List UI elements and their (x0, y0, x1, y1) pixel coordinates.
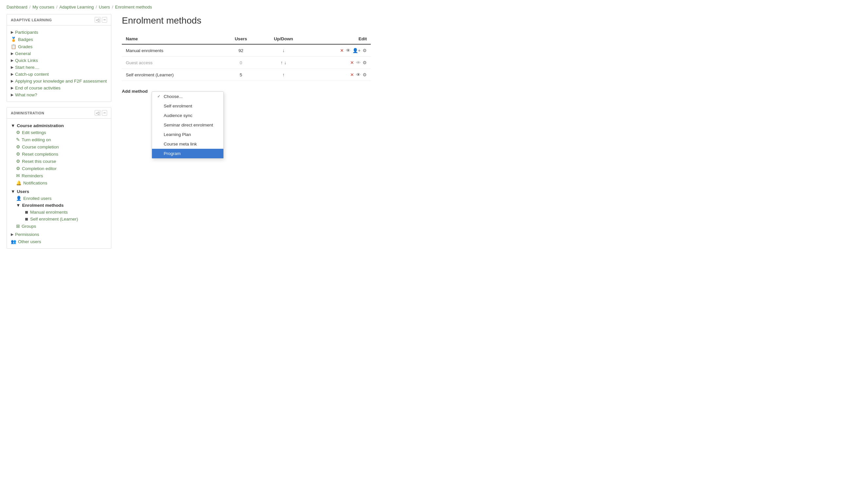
nav-badges[interactable]: 🏅 Badges (11, 36, 107, 43)
collapse-icon[interactable]: − (102, 110, 107, 116)
dropdown-label: Choose... (164, 94, 183, 99)
delete-icon[interactable]: ✕ (340, 48, 344, 53)
down-arrow-icon[interactable]: ↓ (284, 60, 287, 65)
breadcrumb-adaptive-learning[interactable]: Adaptive Learning (59, 4, 94, 10)
sidebar-block-adaptive-learning: ADAPTIVE LEARNING ◁ − ▶ Participants 🏅 B… (7, 14, 111, 102)
nav-label: Manual enrolments (30, 210, 68, 215)
administration-nav: ▼ Course administration ⚙ Edit settings … (7, 119, 111, 248)
pencil-icon: ✎ (16, 137, 20, 142)
badge-icon: 🏅 (11, 37, 17, 42)
nav-what-now[interactable]: ▶ What now? (11, 91, 107, 98)
nav-other-users[interactable]: 👥 Other users (11, 238, 107, 245)
nav-label: Participants (15, 30, 38, 35)
breadcrumb-users[interactable]: Users (99, 4, 110, 10)
nav-users-section[interactable]: ▼ Users (11, 188, 107, 195)
dropdown-label: Audience sync (164, 113, 193, 118)
col-updown: Up/Down (259, 34, 308, 44)
nav-label: Completion editor (22, 166, 57, 171)
arrow-icon: ▶ (11, 232, 13, 237)
nav-quick-links[interactable]: ▶ Quick Links (11, 57, 107, 64)
nav-edit-settings[interactable]: ⚙ Edit settings (16, 129, 107, 136)
nav-manual-enrolments[interactable]: Manual enrolments (25, 209, 107, 216)
nav-label: Reset completions (22, 152, 58, 157)
dropdown-item-learning-plan[interactable]: Learning Plan (152, 130, 224, 139)
nav-reset-course[interactable]: ⚙ Reset this course (16, 157, 107, 165)
table-row: Manual enrolments 92 ↓ ✕ 👁 👤+ ⚙ (122, 44, 371, 57)
sidebar: ADAPTIVE LEARNING ◁ − ▶ Participants 🏅 B… (7, 14, 111, 249)
square-icon (25, 211, 28, 214)
row-actions: ✕ 👁 ⚙ (308, 57, 371, 69)
nav-participants[interactable]: ▶ Participants (11, 29, 107, 36)
page-title: Enrolment methods (122, 16, 861, 26)
dropdown-item-course-meta[interactable]: Course meta link (152, 139, 224, 149)
nav-label: Catch-up content (15, 72, 49, 77)
grades-icon: 📋 (11, 44, 17, 49)
gear-icon: ⚙ (16, 144, 20, 150)
nav-turn-editing-on[interactable]: ✎ Turn editing on (16, 136, 107, 143)
dropdown-item-audience[interactable]: Audience sync (152, 111, 224, 120)
arrow-icon: ▶ (11, 30, 13, 34)
eye-slash-icon[interactable]: 👁 (356, 60, 361, 65)
nav-reminders[interactable]: ✉ Reminders (16, 172, 107, 179)
nav-permissions[interactable]: ▶ Permissions (11, 231, 107, 238)
administration-controls[interactable]: ◁ − (95, 110, 107, 116)
breadcrumb-my-courses[interactable]: My courses (32, 4, 54, 10)
collapse-left-icon[interactable]: ◁ (95, 17, 101, 23)
collapse-left-icon[interactable]: ◁ (95, 110, 101, 116)
nav-general[interactable]: ▶ General (11, 50, 107, 57)
gear-icon: ⚙ (16, 130, 20, 135)
nav-notifications[interactable]: 🔔 Notifications (16, 179, 107, 186)
nav-label: Reminders (22, 173, 43, 178)
breadcrumb-dashboard[interactable]: Dashboard (7, 4, 28, 10)
dropdown-menu[interactable]: ✓ Choose... Self enrolment Audience sync… (152, 91, 224, 158)
nav-label: Self enrolment (Learner) (30, 217, 78, 222)
dropdown-item-seminar[interactable]: Seminar direct enrolment (152, 120, 224, 130)
eye-icon[interactable]: 👁 (346, 48, 351, 53)
row-users: 0 (223, 57, 259, 69)
nav-course-administration[interactable]: ▼ Course administration (11, 122, 107, 129)
nav-groups[interactable]: ⊞ Groups (16, 223, 107, 230)
adaptive-learning-controls[interactable]: ◁ − (95, 17, 107, 23)
delete-icon[interactable]: ✕ (350, 60, 354, 65)
nav-label: General (15, 51, 31, 56)
dropdown-item-program[interactable]: Program (152, 149, 224, 158)
dropdown-item-choose[interactable]: ✓ Choose... (152, 92, 224, 101)
nav-self-enrolment-learner[interactable]: Self enrolment (Learner) (25, 216, 107, 223)
group-icon: ⊞ (16, 224, 20, 229)
nav-completion-editor[interactable]: ⚙ Completion editor (16, 165, 107, 172)
assign-icon[interactable]: 👤+ (352, 48, 361, 53)
down-arrow-icon[interactable]: ↓ (282, 48, 285, 53)
nav-label: Enrolled users (23, 196, 51, 201)
eye-icon[interactable]: 👁 (356, 72, 361, 77)
nav-end-of-course[interactable]: ▶ End of course activities (11, 84, 107, 91)
nav-enrolment-methods[interactable]: ▼ Enrolment methods (16, 202, 107, 209)
nav-start-here[interactable]: ▶ Start here.... (11, 64, 107, 71)
collapse-icon[interactable]: − (102, 17, 107, 23)
up-arrow-icon[interactable]: ↑ (281, 60, 283, 65)
nav-enrolled-users[interactable]: 👤 Enrolled users (16, 195, 107, 202)
dropdown-item-self[interactable]: Self enrolment (152, 101, 224, 111)
expand-icon: ▼ (11, 123, 15, 128)
delete-icon[interactable]: ✕ (350, 72, 354, 77)
dropdown-label: Self enrolment (164, 104, 192, 109)
check-icon: ✓ (157, 94, 162, 99)
breadcrumb: Dashboard / My courses / Adaptive Learni… (0, 0, 868, 14)
nav-label: Course completion (22, 144, 59, 150)
nav-label: Quick Links (15, 58, 38, 63)
settings-icon[interactable]: ⚙ (363, 48, 367, 53)
nav-course-completion[interactable]: ⚙ Course completion (16, 143, 107, 151)
nav-applying[interactable]: ▶ Applying your knowledge and F2F assess… (11, 78, 107, 84)
nav-reset-completions[interactable]: ⚙ Reset completions (16, 151, 107, 157)
arrow-icon: ▶ (11, 58, 13, 63)
up-arrow-icon[interactable]: ↑ (282, 72, 285, 77)
nav-catchup[interactable]: ▶ Catch-up content (11, 71, 107, 78)
arrow-icon: ▶ (11, 51, 13, 56)
arrow-icon: ▶ (11, 72, 13, 76)
settings-icon[interactable]: ⚙ (363, 72, 367, 77)
nav-label: Badges (18, 37, 33, 42)
nav-grades[interactable]: 📋 Grades (11, 43, 107, 50)
expand-icon: ▼ (16, 203, 20, 208)
settings-icon[interactable]: ⚙ (363, 60, 367, 65)
add-method-row: Add method ✓ Choose... Self enrolment Au… (122, 86, 861, 96)
nav-label: Edit settings (22, 130, 46, 135)
